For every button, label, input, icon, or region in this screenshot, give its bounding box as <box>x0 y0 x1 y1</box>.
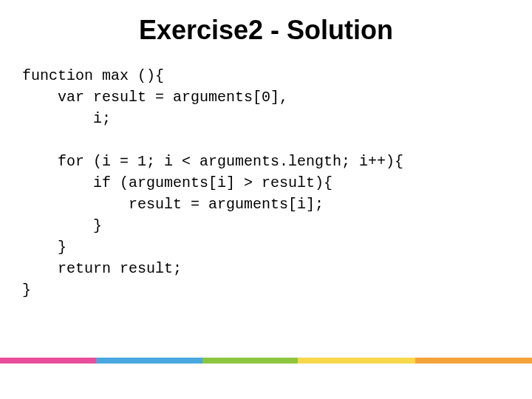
slide: Exercise2 - Solution function max (){ va… <box>0 0 532 399</box>
stripe-segment-pink <box>0 358 96 364</box>
stripe-segment-orange <box>415 358 532 364</box>
stripe-segment-green <box>202 358 299 364</box>
stripe-segment-blue <box>96 358 202 364</box>
color-stripe <box>0 358 532 364</box>
slide-title: Exercise2 - Solution <box>0 0 532 53</box>
code-block: function max (){ var result = arguments[… <box>0 53 532 301</box>
stripe-segment-yellow <box>298 358 415 364</box>
